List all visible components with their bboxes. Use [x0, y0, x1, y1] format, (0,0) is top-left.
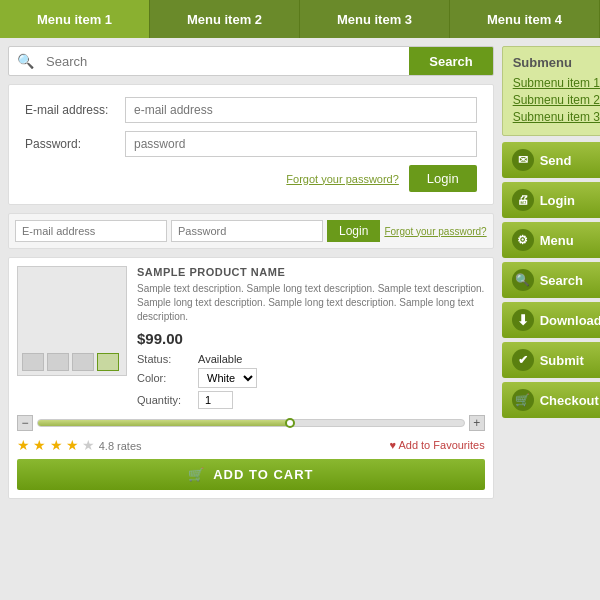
menu-label: Menu — [540, 233, 574, 248]
btn-row-login: 🖨 Login ➡ — [502, 182, 600, 218]
color-select[interactable]: White — [198, 368, 257, 388]
product-info: SAMPLE PRODUCT NAME Sample text descript… — [137, 266, 485, 409]
star-3: ★ — [50, 437, 63, 453]
password-field[interactable] — [125, 131, 477, 157]
product-name: SAMPLE PRODUCT NAME — [137, 266, 485, 278]
right-buttons: ✉ Send 🗑 🖨 Login ➡ ⚙ Menu ☁ — [502, 142, 600, 418]
menu-button[interactable]: ⚙ Menu — [502, 222, 600, 258]
download-button[interactable]: ⬇ Download — [502, 302, 600, 338]
checkout-button[interactable]: 🛒 Checkout — [502, 382, 600, 418]
send-label: Send — [540, 153, 572, 168]
forgot-password-link[interactable]: Forgot your password? — [286, 173, 399, 185]
slider-minus-button[interactable]: − — [17, 415, 33, 431]
slider-fill — [38, 420, 293, 426]
nav-item-3[interactable]: Menu item 3 — [300, 0, 450, 38]
star-1: ★ — [17, 437, 30, 453]
status-label: Status: — [137, 353, 192, 365]
submenu-item-1[interactable]: Submenu item 1 — [513, 76, 600, 90]
inline-password-field[interactable] — [171, 220, 323, 242]
search-right-icon: 🔍 — [512, 269, 534, 291]
slider-plus-button[interactable]: + — [469, 415, 485, 431]
inline-login: Login Forgot your password? — [8, 213, 494, 249]
add-to-cart-button[interactable]: 🛒 ADD TO CART — [17, 459, 485, 490]
submenu-title: Submenu — [513, 55, 600, 70]
gear-icon: ⚙ — [512, 229, 534, 251]
product-attributes: Status: Available Color: White Quantity: — [137, 353, 485, 409]
nav-bar: Menu item 1 Menu item 2 Menu item 3 Menu… — [0, 0, 600, 38]
btn-row-menu: ⚙ Menu ☁ — [502, 222, 600, 258]
submit-label: Submit — [540, 353, 584, 368]
check-icon: ✔ — [512, 349, 534, 371]
email-label: E-mail address: — [25, 103, 125, 117]
quantity-label: Quantity: — [137, 394, 192, 406]
password-label: Password: — [25, 137, 125, 151]
checkout-label: Checkout — [540, 393, 599, 408]
product-card: SAMPLE PRODUCT NAME Sample text descript… — [8, 257, 494, 499]
password-row: Password: — [25, 131, 477, 157]
slider-track[interactable] — [37, 419, 465, 427]
thumb-4-active[interactable] — [97, 353, 119, 371]
submenu-item-2[interactable]: Submenu item 2 — [513, 93, 600, 107]
add-to-cart-label: ADD TO CART — [213, 467, 313, 482]
left-panel: 🔍 Search E-mail address: Password: Forgo… — [8, 46, 494, 592]
btn-row-download: ⬇ Download ✕ — [502, 302, 600, 338]
rating-stars: ★ ★ ★ ★ ★ 4.8 rates — [17, 437, 142, 453]
quantity-row: Quantity: — [137, 391, 485, 409]
fav-label: Add to Favourites — [398, 439, 484, 451]
checkout-cart-icon: 🛒 — [512, 389, 534, 411]
nav-item-2[interactable]: Menu item 2 — [150, 0, 300, 38]
download-icon: ⬇ — [512, 309, 534, 331]
quantity-input[interactable] — [198, 391, 233, 409]
right-panel: Submenu Submenu item 1 Submenu item 2 Su… — [502, 46, 600, 592]
search-icon: 🔍 — [9, 47, 42, 75]
thumb-2[interactable] — [47, 353, 69, 371]
heart-icon: ♥ — [389, 439, 396, 451]
btn-row-checkout: 🛒 Checkout ♥ — [502, 382, 600, 418]
product-top: SAMPLE PRODUCT NAME Sample text descript… — [17, 266, 485, 409]
btn-row-search: 🔍 Search 🎁 — [502, 262, 600, 298]
btn-row-send: ✉ Send 🗑 — [502, 142, 600, 178]
thumb-1[interactable] — [22, 353, 44, 371]
rating-row: ★ ★ ★ ★ ★ 4.8 rates ♥ Add to Favourites — [17, 437, 485, 453]
star-4: ★ — [66, 437, 79, 453]
search-button[interactable]: Search — [409, 47, 492, 75]
color-label: Color: — [137, 372, 192, 384]
slider-row: − + — [17, 415, 485, 431]
forgot-row: Forgot your password? Login — [25, 165, 477, 192]
download-label: Download — [540, 313, 600, 328]
product-image — [17, 266, 127, 376]
status-value: Available — [198, 353, 242, 365]
submenu-item-3[interactable]: Submenu item 3 — [513, 110, 600, 124]
search-input[interactable] — [42, 47, 409, 75]
cart-icon: 🛒 — [188, 467, 205, 482]
add-to-favourites-link[interactable]: ♥ Add to Favourites — [389, 439, 484, 451]
login-right-label: Login — [540, 193, 575, 208]
email-field[interactable] — [125, 97, 477, 123]
inline-forgot-link[interactable]: Forgot your password? — [384, 226, 486, 237]
status-row: Status: Available — [137, 353, 485, 365]
btn-row-submit: ✔ Submit ℹ — [502, 342, 600, 378]
login-right-button[interactable]: 🖨 Login — [502, 182, 600, 218]
product-description: Sample text description. Sample long tex… — [137, 282, 485, 324]
nav-item-1[interactable]: Menu item 1 — [0, 0, 150, 38]
email-row: E-mail address: — [25, 97, 477, 123]
inline-email-field[interactable] — [15, 220, 167, 242]
login-form: E-mail address: Password: Forgot your pa… — [8, 84, 494, 205]
star-5: ★ — [82, 437, 95, 453]
color-row: Color: White — [137, 368, 485, 388]
thumb-3[interactable] — [72, 353, 94, 371]
printer-icon: 🖨 — [512, 189, 534, 211]
nav-item-4[interactable]: Menu item 4 — [450, 0, 600, 38]
submenu-box: Submenu Submenu item 1 Submenu item 2 Su… — [502, 46, 600, 136]
login-button[interactable]: Login — [409, 165, 477, 192]
product-price: $99.00 — [137, 330, 485, 347]
search-right-label: Search — [540, 273, 583, 288]
slider-handle[interactable] — [285, 418, 295, 428]
product-thumbnails — [22, 353, 119, 371]
search-right-button[interactable]: 🔍 Search — [502, 262, 600, 298]
inline-login-button[interactable]: Login — [327, 220, 380, 242]
rating-text: 4.8 rates — [99, 440, 142, 452]
send-button[interactable]: ✉ Send — [502, 142, 600, 178]
search-bar: 🔍 Search — [8, 46, 494, 76]
submit-button[interactable]: ✔ Submit — [502, 342, 600, 378]
